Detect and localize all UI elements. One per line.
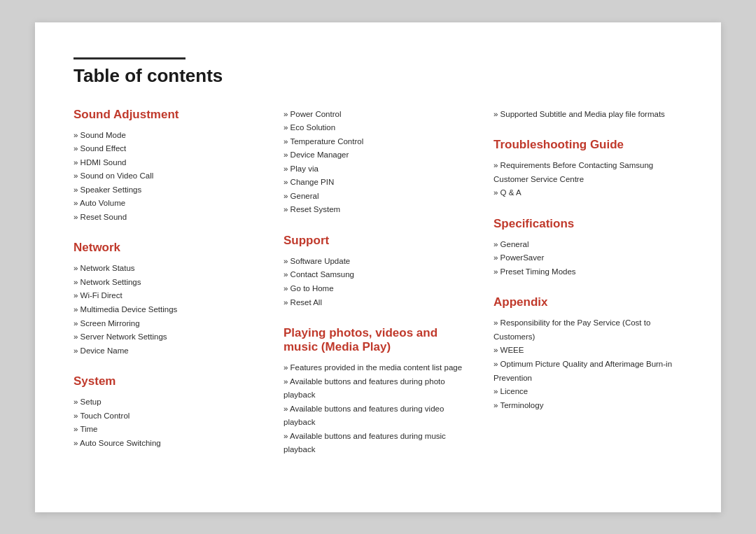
list-item: Available buttons and features during ph… xyxy=(284,375,472,402)
section-1-2: NetworkNetwork StatusNetwork SettingsWi-… xyxy=(74,241,262,358)
list-item: Sound on Video Call xyxy=(74,169,262,183)
toc-grid: Sound AdjustmentSound ModeSound EffectHD… xyxy=(74,108,682,457)
section-title-1-2: Network xyxy=(74,241,262,255)
list-item: Reset All xyxy=(284,296,472,310)
list-item: Responsibility for the Pay Service (Cost… xyxy=(493,316,682,344)
list-item: Sound Mode xyxy=(74,129,262,143)
list-item: Available buttons and features during mu… xyxy=(284,430,472,457)
section-1-3: SystemSetupTouch ControlTimeAuto Source … xyxy=(74,374,262,450)
list-item: PowerSaver xyxy=(493,251,682,265)
title-bar xyxy=(74,57,186,59)
list-item: General xyxy=(284,190,472,204)
section-3-3: SpecificationsGeneralPowerSaverPreset Ti… xyxy=(493,217,682,279)
list-item: HDMI Sound xyxy=(74,156,262,170)
list-item: Multimedia Device Settings xyxy=(74,303,262,317)
list-item: Auto Volume xyxy=(74,197,262,211)
section-title-1-1: Sound Adjustment xyxy=(74,108,262,122)
section-3-1: Supported Subtitle and Media play file f… xyxy=(493,108,682,122)
list-item: WEEE xyxy=(493,344,682,358)
list-item: Power Control xyxy=(284,108,472,122)
section-2-3: Playing photos, videos and music (Media … xyxy=(284,326,472,457)
list-item: Device Manager xyxy=(284,148,472,162)
section-title-2-3: Playing photos, videos and music (Media … xyxy=(284,326,472,354)
list-item: Touch Control xyxy=(74,409,262,423)
page: Table of contents Sound AdjustmentSound … xyxy=(35,22,721,512)
column-2: Power ControlEco SolutionTemperature Con… xyxy=(284,108,472,457)
list-item: Eco Solution xyxy=(284,121,472,135)
list-item: Go to Home xyxy=(284,282,472,296)
list-item: Licence xyxy=(493,385,682,399)
list-item: Reset System xyxy=(284,203,472,217)
list-item: Screen Mirroring xyxy=(74,317,262,331)
section-1-1: Sound AdjustmentSound ModeSound EffectHD… xyxy=(74,108,262,225)
section-3-2: Troubleshooting GuideRequirements Before… xyxy=(493,138,682,200)
column-3: Supported Subtitle and Media play file f… xyxy=(493,108,682,457)
page-title: Table of contents xyxy=(74,65,682,87)
list-item: Network Status xyxy=(74,262,262,276)
section-title-2-2: Support xyxy=(284,234,472,248)
section-title-3-3: Specifications xyxy=(493,217,682,231)
list-item: General xyxy=(493,238,682,252)
list-item: Optimum Picture Quality and Afterimage B… xyxy=(493,358,682,385)
list-item: Temperature Control xyxy=(284,135,472,149)
list-item: Change PIN xyxy=(284,176,472,190)
list-item: Supported Subtitle and Media play file f… xyxy=(493,108,682,122)
list-item: Time xyxy=(74,423,262,437)
column-1: Sound AdjustmentSound ModeSound EffectHD… xyxy=(74,108,262,457)
list-item: Device Name xyxy=(74,344,262,358)
list-item: Reset Sound xyxy=(74,211,262,225)
list-item: Setup xyxy=(74,395,262,409)
list-item: Server Network Settings xyxy=(74,330,262,344)
list-item: Sound Effect xyxy=(74,142,262,156)
list-item: Terminology xyxy=(493,399,682,413)
list-item: Q & A xyxy=(493,186,682,200)
list-item: Play via xyxy=(284,162,472,176)
section-title-3-4: Appendix xyxy=(493,295,682,309)
section-title-3-2: Troubleshooting Guide xyxy=(493,138,682,152)
section-2-1: Power ControlEco SolutionTemperature Con… xyxy=(284,108,472,217)
list-item: Network Settings xyxy=(74,276,262,290)
list-item: Software Update xyxy=(284,255,472,269)
list-item: Features provided in the media content l… xyxy=(284,361,472,375)
list-item: Available buttons and features during vi… xyxy=(284,402,472,430)
section-2-2: SupportSoftware UpdateContact SamsungGo … xyxy=(284,234,472,309)
section-title-1-3: System xyxy=(74,374,262,388)
list-item: Requirements Before Contacting Samsung C… xyxy=(493,159,682,186)
section-3-4: AppendixResponsibility for the Pay Servi… xyxy=(493,295,682,412)
list-item: Wi-Fi Direct xyxy=(74,289,262,303)
list-item: Preset Timing Modes xyxy=(493,265,682,279)
list-item: Auto Source Switching xyxy=(74,437,262,451)
list-item: Contact Samsung xyxy=(284,268,472,282)
list-item: Speaker Settings xyxy=(74,183,262,197)
